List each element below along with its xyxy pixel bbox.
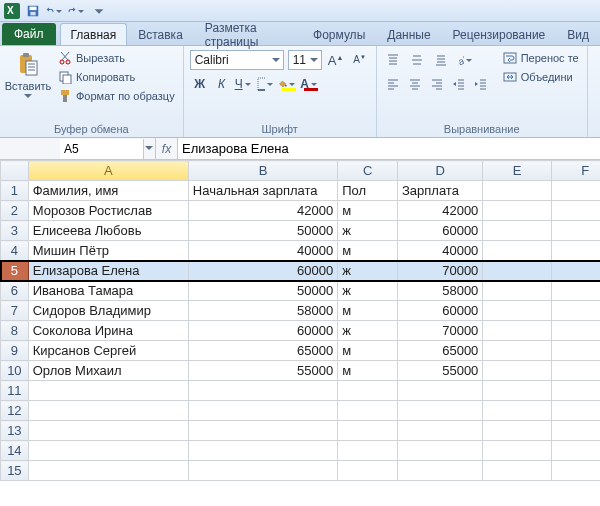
cell[interactable]: 65000 xyxy=(397,341,482,361)
cell[interactable]: 60000 xyxy=(188,261,337,281)
cell[interactable] xyxy=(483,181,551,201)
cell[interactable]: 50000 xyxy=(188,281,337,301)
row-header[interactable]: 11 xyxy=(1,381,29,401)
row-header[interactable]: 4 xyxy=(1,241,29,261)
cell[interactable] xyxy=(483,361,551,381)
cell[interactable] xyxy=(551,181,600,201)
font-name-select[interactable]: Calibri xyxy=(190,50,284,70)
cell[interactable] xyxy=(551,241,600,261)
name-box-dropdown[interactable] xyxy=(143,139,155,159)
cell[interactable] xyxy=(188,461,337,481)
col-header-b[interactable]: B xyxy=(188,161,337,181)
table-row[interactable]: 8Соколова Ирина60000ж70000 xyxy=(1,321,601,341)
font-color-button[interactable]: A xyxy=(300,74,320,94)
formula-input[interactable] xyxy=(178,138,600,159)
copy-button[interactable]: Копировать xyxy=(56,69,177,85)
grid[interactable]: A B C D E F 1Фамилия, имяНачальная зарпл… xyxy=(0,160,600,481)
cell[interactable] xyxy=(188,401,337,421)
row-header[interactable]: 15 xyxy=(1,461,29,481)
cell[interactable]: 50000 xyxy=(188,221,337,241)
cell[interactable]: м xyxy=(338,201,398,221)
cell[interactable] xyxy=(551,261,600,281)
underline-button[interactable]: Ч xyxy=(234,74,254,94)
cell[interactable] xyxy=(551,301,600,321)
cell[interactable] xyxy=(551,361,600,381)
align-top-button[interactable] xyxy=(383,50,403,70)
cell[interactable] xyxy=(551,281,600,301)
cell[interactable] xyxy=(338,401,398,421)
cell[interactable]: 60000 xyxy=(397,221,482,241)
row-header[interactable]: 9 xyxy=(1,341,29,361)
format-painter-button[interactable]: Формат по образцу xyxy=(56,88,177,104)
row-header[interactable]: 8 xyxy=(1,321,29,341)
col-header-c[interactable]: C xyxy=(338,161,398,181)
col-header-f[interactable]: F xyxy=(551,161,600,181)
cell[interactable] xyxy=(483,321,551,341)
cell[interactable]: 60000 xyxy=(397,301,482,321)
cell[interactable] xyxy=(551,381,600,401)
cell[interactable] xyxy=(397,421,482,441)
row-header[interactable]: 12 xyxy=(1,401,29,421)
cell[interactable] xyxy=(483,201,551,221)
cell[interactable]: 42000 xyxy=(188,201,337,221)
row-header[interactable]: 7 xyxy=(1,301,29,321)
bold-button[interactable]: Ж xyxy=(190,74,210,94)
table-row[interactable]: 14 xyxy=(1,441,601,461)
cell[interactable]: Зарплата xyxy=(397,181,482,201)
table-row[interactable]: 6Иванова Тамара50000ж58000 xyxy=(1,281,601,301)
align-left-button[interactable] xyxy=(383,74,403,94)
align-middle-button[interactable] xyxy=(407,50,427,70)
cell[interactable] xyxy=(28,421,188,441)
paste-button[interactable]: Вставить xyxy=(6,50,50,121)
cell[interactable]: Морозов Ростислав xyxy=(28,201,188,221)
table-row[interactable]: 9Кирсанов Сергей65000м65000 xyxy=(1,341,601,361)
cell[interactable] xyxy=(483,401,551,421)
undo-button[interactable] xyxy=(46,2,64,20)
cell[interactable] xyxy=(188,381,337,401)
border-button[interactable] xyxy=(256,74,276,94)
row-header[interactable]: 5 xyxy=(1,261,29,281)
cell[interactable]: 42000 xyxy=(397,201,482,221)
cell[interactable]: Фамилия, имя xyxy=(28,181,188,201)
fill-color-button[interactable] xyxy=(278,74,298,94)
cell[interactable] xyxy=(338,461,398,481)
row-header[interactable]: 10 xyxy=(1,361,29,381)
cell[interactable]: 40000 xyxy=(188,241,337,261)
col-header-e[interactable]: E xyxy=(483,161,551,181)
merge-button[interactable]: Объедини xyxy=(501,69,581,85)
cell[interactable]: Начальная зарплата xyxy=(188,181,337,201)
cell[interactable]: 60000 xyxy=(188,321,337,341)
table-row[interactable]: 10Орлов Михаил55000м55000 xyxy=(1,361,601,381)
cell[interactable]: м xyxy=(338,241,398,261)
cell[interactable] xyxy=(483,341,551,361)
cell[interactable] xyxy=(188,421,337,441)
row-header[interactable]: 2 xyxy=(1,201,29,221)
cell[interactable] xyxy=(551,321,600,341)
cell[interactable] xyxy=(338,381,398,401)
font-size-select[interactable]: 11 xyxy=(288,50,322,70)
qat-customize-button[interactable] xyxy=(90,2,108,20)
row-header[interactable]: 14 xyxy=(1,441,29,461)
select-all-corner[interactable] xyxy=(1,161,29,181)
cell[interactable] xyxy=(397,401,482,421)
cell[interactable] xyxy=(483,421,551,441)
row-header[interactable]: 6 xyxy=(1,281,29,301)
cell[interactable] xyxy=(551,341,600,361)
increase-font-button[interactable]: A▲ xyxy=(326,50,346,70)
cell[interactable]: ж xyxy=(338,261,398,281)
cell[interactable]: м xyxy=(338,361,398,381)
cell[interactable]: 40000 xyxy=(397,241,482,261)
cell[interactable]: Орлов Михаил xyxy=(28,361,188,381)
cell[interactable] xyxy=(551,221,600,241)
cell[interactable] xyxy=(551,421,600,441)
tab-data[interactable]: Данные xyxy=(376,23,441,45)
orientation-button[interactable]: ab xyxy=(455,50,475,70)
cell[interactable] xyxy=(483,461,551,481)
table-row[interactable]: 5Елизарова Елена60000ж70000 xyxy=(1,261,601,281)
table-row[interactable]: 15 xyxy=(1,461,601,481)
cell[interactable] xyxy=(28,441,188,461)
cell[interactable] xyxy=(551,401,600,421)
table-row[interactable]: 2Морозов Ростислав42000м42000 xyxy=(1,201,601,221)
cell[interactable]: 70000 xyxy=(397,261,482,281)
cell[interactable]: Кирсанов Сергей xyxy=(28,341,188,361)
